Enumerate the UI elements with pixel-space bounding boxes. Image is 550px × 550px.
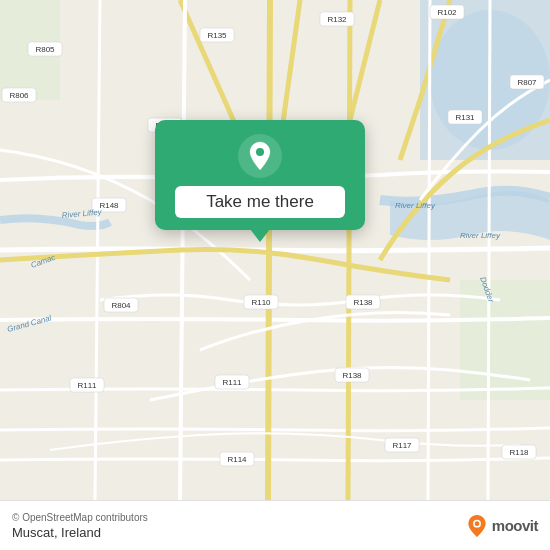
svg-text:Grand Canal: Grand Canal [6, 313, 52, 333]
svg-text:R135: R135 [207, 31, 227, 40]
location-pin-icon [238, 134, 282, 178]
svg-text:R806: R806 [9, 91, 29, 100]
svg-text:R148: R148 [99, 201, 119, 210]
svg-text:R111: R111 [222, 378, 242, 387]
svg-text:R131: R131 [455, 113, 475, 122]
svg-text:R132: R132 [327, 15, 347, 24]
svg-text:R110: R110 [251, 298, 271, 307]
svg-point-47 [256, 148, 264, 156]
map-attribution: © OpenStreetMap contributors [12, 512, 148, 523]
moovit-brand-text: moovit [492, 517, 538, 534]
tooltip-card[interactable]: Take me there [155, 120, 365, 230]
svg-text:River Liffey: River Liffey [395, 201, 436, 210]
svg-text:R138: R138 [353, 298, 373, 307]
take-me-there-button[interactable]: Take me there [175, 186, 345, 218]
svg-text:R102: R102 [437, 8, 457, 17]
map-roads: R102 R805 R806 R135 R132 R805 R131 R807 … [0, 0, 550, 500]
moovit-pin-icon [466, 515, 488, 537]
bottom-bar: © OpenStreetMap contributors Muscat, Ire… [0, 500, 550, 550]
svg-text:R807: R807 [517, 78, 537, 87]
svg-text:R805: R805 [35, 45, 55, 54]
svg-text:R111: R111 [77, 381, 97, 390]
svg-text:R118: R118 [509, 448, 529, 457]
svg-text:River Liffey: River Liffey [460, 231, 501, 240]
svg-text:R114: R114 [227, 455, 247, 464]
svg-text:R804: R804 [111, 301, 131, 310]
svg-point-49 [474, 521, 479, 526]
svg-text:R138: R138 [342, 371, 362, 380]
map-container: R102 R805 R806 R135 R132 R805 R131 R807 … [0, 0, 550, 500]
svg-text:R117: R117 [392, 441, 412, 450]
moovit-logo: moovit [466, 515, 538, 537]
location-label: Muscat, Ireland [12, 525, 148, 540]
